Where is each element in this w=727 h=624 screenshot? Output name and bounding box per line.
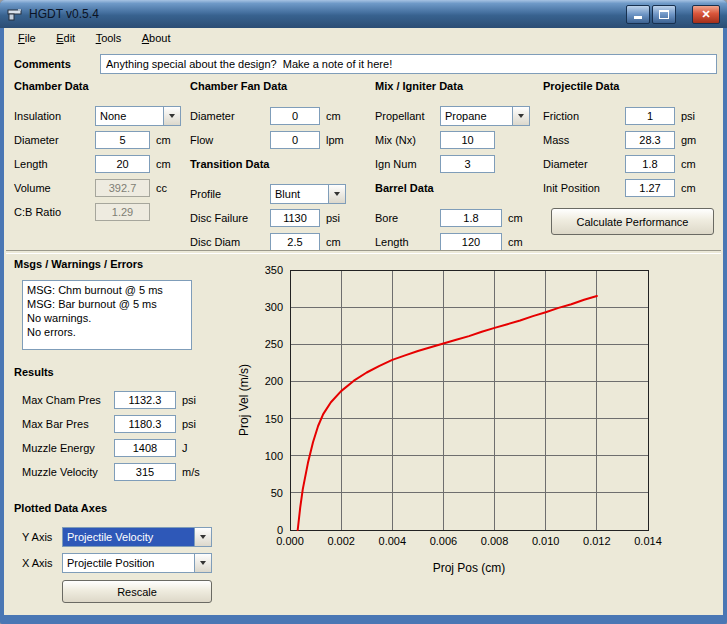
svg-text:250: 250: [265, 338, 283, 350]
svg-text:200: 200: [265, 375, 283, 387]
ign-num-field[interactable]: [440, 155, 495, 173]
comments-input[interactable]: [100, 54, 717, 74]
field-label: Y Axis: [22, 531, 62, 543]
y-axis-select[interactable]: Projectile Velocity: [62, 527, 212, 547]
close-button[interactable]: ✕: [692, 5, 720, 24]
profile-select[interactable]: Blunt: [270, 184, 346, 204]
projectile-data-group: Projectile Data Friction psi Mass gm Dia…: [543, 80, 719, 235]
minimize-button[interactable]: [626, 5, 650, 24]
field-label: Insulation: [14, 110, 95, 122]
svg-text:350: 350: [265, 264, 283, 276]
field-label: Muzzle Velocity: [22, 466, 114, 478]
muzzle-velocity-field: [114, 463, 176, 481]
unit-label: cm: [508, 236, 523, 248]
field-label: Max Bar Pres: [22, 418, 114, 430]
maximize-icon: [659, 10, 669, 19]
projectile-data-title: Projectile Data: [543, 80, 719, 98]
unit-label: lpm: [326, 134, 344, 146]
svg-text:0.008: 0.008: [481, 535, 509, 547]
svg-text:0.012: 0.012: [583, 535, 611, 547]
mix-nx-field[interactable]: [440, 131, 495, 149]
menu-edit[interactable]: Edit: [48, 28, 83, 47]
field-label: Propellant: [375, 110, 440, 122]
svg-text:Proj Pos (cm): Proj Pos (cm): [433, 561, 506, 575]
unit-label: cm: [508, 212, 523, 224]
rescale-button[interactable]: Rescale: [62, 580, 212, 603]
friction-field[interactable]: [625, 107, 675, 125]
unit-label: cm: [156, 134, 171, 146]
messages-title: Msgs / Warnings / Errors: [14, 258, 230, 276]
chamber-volume-field: [95, 179, 150, 197]
calculate-performance-button[interactable]: Calculate Performance: [551, 208, 714, 235]
field-label: Volume: [14, 182, 95, 194]
field-label: Length: [375, 236, 440, 248]
mass-field[interactable]: [625, 131, 675, 149]
fan-diameter-field[interactable]: [270, 107, 320, 125]
chamber-data-group: Chamber Data Insulation None Diameter cm…: [14, 80, 190, 224]
chevron-down-icon[interactable]: [194, 554, 211, 572]
fan-flow-field[interactable]: [270, 131, 320, 149]
unit-label: psi: [681, 110, 695, 122]
menu-about[interactable]: About: [134, 28, 179, 47]
window-controls: ✕: [626, 5, 720, 24]
field-label: Friction: [543, 110, 625, 122]
svg-text:100: 100: [265, 450, 283, 462]
client-area: File Edit Tools About Comments Chamber D…: [4, 28, 723, 615]
propellant-select[interactable]: Propane: [440, 106, 530, 126]
barrel-length-field[interactable]: [440, 233, 502, 251]
unit-label: cc: [156, 182, 167, 194]
message-line: MSG: Chm burnout @ 5 ms: [27, 283, 187, 297]
field-label: Mass: [543, 134, 625, 146]
title-bar[interactable]: HGDT v0.5.4 ✕: [0, 0, 727, 28]
comments-label: Comments: [14, 58, 71, 70]
svg-text:0: 0: [277, 524, 283, 536]
muzzle-energy-field: [114, 439, 176, 457]
chamber-data-title: Chamber Data: [14, 80, 190, 98]
svg-text:150: 150: [265, 413, 283, 425]
field-label: Length: [14, 158, 95, 170]
svg-text:0.010: 0.010: [532, 535, 560, 547]
performance-chart: 0.0000.0020.0040.0060.0080.0100.0120.014…: [228, 254, 720, 588]
unit-label: cm: [681, 182, 696, 194]
svg-text:300: 300: [265, 301, 283, 313]
chamber-fan-group: Chamber Fan Data Diameter cm Flow lpm Tr…: [190, 80, 366, 254]
disc-diam-field[interactable]: [270, 233, 320, 251]
mix-igniter-title: Mix / Igniter Data: [375, 80, 539, 98]
maximize-button[interactable]: [652, 5, 676, 24]
chamber-length-field[interactable]: [95, 155, 150, 173]
unit-label: cm: [326, 236, 341, 248]
chevron-down-icon[interactable]: [163, 107, 180, 125]
chevron-down-icon[interactable]: [194, 528, 211, 546]
message-line: No warnings.: [27, 311, 187, 325]
window-title: HGDT v0.5.4: [29, 7, 626, 21]
disc-failure-field[interactable]: [270, 209, 320, 227]
insulation-select[interactable]: None: [95, 106, 181, 126]
field-label: Bore: [375, 212, 440, 224]
minimize-icon: [634, 16, 642, 19]
projectile-diameter-field[interactable]: [625, 155, 675, 173]
unit-label: psi: [182, 418, 196, 430]
field-label: Mix (Nx): [375, 134, 440, 146]
max-cham-pres-field: [114, 391, 176, 409]
message-line: No errors.: [27, 325, 187, 339]
unit-label: cm: [156, 158, 171, 170]
message-line: MSG: Bar burnout @ 5 ms: [27, 297, 187, 311]
chevron-down-icon[interactable]: [512, 107, 529, 125]
results-title: Results: [14, 366, 230, 384]
chevron-down-icon[interactable]: [328, 185, 345, 203]
transition-data-title: Transition Data: [190, 158, 366, 176]
menu-file[interactable]: File: [10, 28, 44, 47]
menu-tools[interactable]: Tools: [88, 28, 130, 47]
bore-field[interactable]: [440, 209, 502, 227]
x-axis-select[interactable]: Projectile Position: [62, 553, 212, 573]
svg-text:0.002: 0.002: [327, 535, 355, 547]
chamber-diameter-field[interactable]: [95, 131, 150, 149]
field-label: Ign Num: [375, 158, 440, 170]
field-label: Init Position: [543, 182, 625, 194]
messages-listbox[interactable]: MSG: Chm burnout @ 5 ms MSG: Bar burnout…: [22, 280, 192, 350]
field-label: Max Cham Pres: [22, 394, 114, 406]
init-position-field[interactable]: [625, 179, 675, 197]
svg-text:Proj Vel (m/s): Proj Vel (m/s): [237, 364, 251, 436]
field-label: Diameter: [14, 134, 95, 146]
unit-label: gm: [681, 134, 696, 146]
